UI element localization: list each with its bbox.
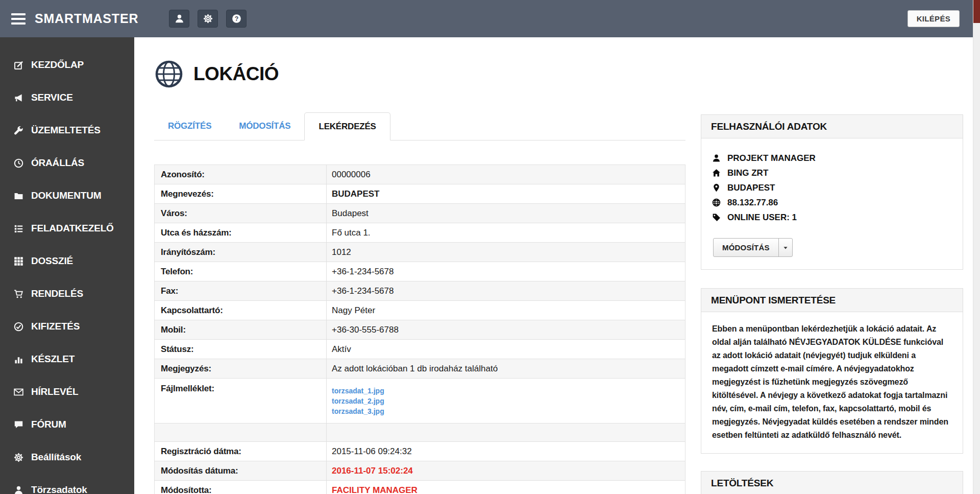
page-title: LOKÁCIÓ xyxy=(193,63,279,85)
sidebar-item-label: SERVICE xyxy=(31,92,73,103)
row-label: Város: xyxy=(155,204,327,223)
sidebar-item-label: KIFIZETÉS xyxy=(31,321,80,332)
attachment-link[interactable]: torzsadat_1.jpg xyxy=(332,387,384,395)
map-pin-icon xyxy=(712,183,721,192)
megaphone-icon xyxy=(14,93,23,103)
modify-dropdown-toggle[interactable] xyxy=(778,239,792,256)
sidebar-item-service[interactable]: SERVICE xyxy=(0,81,134,114)
row-value: Aktív xyxy=(327,340,685,359)
row-label: Mobil: xyxy=(155,320,327,339)
row-value: 2015-11-06 09:24:32 xyxy=(327,442,685,461)
sidebar-item-uzemeltetes[interactable]: ÜZEMELTETÉS xyxy=(0,114,134,147)
table-row-attachments: Fájlmelléklet: torzsadat_1.jpg torzsadat… xyxy=(155,379,685,424)
user-role: PROJEKT MANAGER xyxy=(727,153,816,163)
row-value xyxy=(327,424,685,441)
table-row: Utca és házszám: Fő utca 1. xyxy=(155,223,685,243)
clock-icon xyxy=(14,158,23,168)
sidebar-item-kifizetes[interactable]: KIFIZETÉS xyxy=(0,310,134,343)
sidebar-item-beallitasok[interactable]: Beállítások xyxy=(0,441,134,474)
row-value: FACILITY MANAGER xyxy=(327,481,685,494)
row-label: Telefon: xyxy=(155,262,327,281)
row-value: +36-30-555-6788 xyxy=(327,320,685,339)
row-value: +36-1-234-5678 xyxy=(327,262,685,281)
table-row: Kapcsolattartó: Nagy Péter xyxy=(155,301,685,320)
sidebar-item-label: KÉSZLET xyxy=(31,354,75,365)
attachment-link[interactable]: torzsadat_2.jpg xyxy=(332,397,384,405)
table-row: Azonosító: 00000006 xyxy=(155,165,685,184)
row-label: Megjegyzés: xyxy=(155,359,327,378)
sidebar-item-hirlevel[interactable]: HÍRLEVÉL xyxy=(0,375,134,408)
table-row: Módosítás dátuma: 2016-11-07 15:02:24 xyxy=(155,461,685,481)
help-button[interactable]: ? xyxy=(226,10,247,28)
sidebar-item-oraallas[interactable]: ÓRAÁLLÁS xyxy=(0,147,134,179)
scrollbar-thumb[interactable] xyxy=(973,0,980,23)
profile-button[interactable] xyxy=(169,10,189,28)
online-users-count: ONLINE USER: 1 xyxy=(727,213,797,223)
page-header: LOKÁCIÓ xyxy=(155,60,279,88)
sidebar-item-label: HÍRLEVÉL xyxy=(31,386,78,397)
sidebar-item-label: Beállítások xyxy=(31,452,81,463)
row-label: Azonosító: xyxy=(155,165,327,184)
envelope-icon xyxy=(14,387,23,397)
sidebar-item-torzsadatok[interactable]: Törzsadatok xyxy=(0,474,134,494)
user-icon xyxy=(712,154,721,162)
sidebar-item-label: KEZDŐLAP xyxy=(31,59,84,70)
user-icon xyxy=(175,14,184,23)
sidebar-item-dokumentum[interactable]: DOKUMENTUM xyxy=(0,179,134,212)
tab-rogzites[interactable]: RÖGZÍTÉS xyxy=(154,112,225,140)
row-label: Irányítószám: xyxy=(155,243,327,262)
menu-icon[interactable] xyxy=(11,13,26,25)
tab-lekerdezes[interactable]: LEKÉRDEZÉS xyxy=(304,112,390,140)
user-data-panel: FELHASZNÁLÓI ADATOK PROJEKT MANAGER BING… xyxy=(701,114,963,270)
page-scrollbar[interactable] xyxy=(973,0,980,494)
row-value: Nagy Péter xyxy=(327,301,685,320)
row-label: Módosítás dátuma: xyxy=(155,461,327,480)
sidebar-item-feladatkezelo[interactable]: FELADATKEZELŐ xyxy=(0,212,134,245)
table-row: Mobil: +36-30-555-6788 xyxy=(155,320,685,340)
cart-icon xyxy=(14,289,23,299)
logout-button[interactable]: KILÉPÉS xyxy=(908,10,960,27)
comment-icon xyxy=(14,420,23,430)
sidebar-item-forum[interactable]: FÓRUM xyxy=(0,408,134,441)
tasks-icon xyxy=(14,224,23,233)
sidebar-item-label: DOKUMENTUM xyxy=(31,190,101,201)
table-row: Város: Budapest xyxy=(155,204,685,223)
row-value: 00000006 xyxy=(327,165,685,184)
sidebar-item-label: DOSSZIÉ xyxy=(31,255,73,267)
sidebar-item-rendeles[interactable]: RENDELÉS xyxy=(0,277,134,310)
user-city: BUDAPEST xyxy=(727,183,775,193)
main-content: LOKÁCIÓ RÖGZÍTÉS MÓDOSÍTÁS LEKÉRDEZÉS Az… xyxy=(134,37,973,494)
modify-button[interactable]: MÓDOSÍTÁS xyxy=(714,239,778,256)
row-label: Fájlmelléklet: xyxy=(155,379,327,423)
topbar-buttons: ? xyxy=(169,10,247,28)
tab-modositas[interactable]: MÓDOSÍTÁS xyxy=(225,112,304,140)
sidebar-item-dosszie[interactable]: DOSSZIÉ xyxy=(0,245,134,277)
pencil-square-icon xyxy=(14,60,23,70)
user-icon xyxy=(14,485,23,494)
sidebar-item-kezdolap[interactable]: KEZDŐLAP xyxy=(0,49,134,81)
table-row: Státusz: Aktív xyxy=(155,340,685,359)
row-value: Fő utca 1. xyxy=(327,223,685,242)
top-bar: SMARTMASTER ? KILÉPÉS xyxy=(0,0,973,37)
sidebar-item-keszlet[interactable]: KÉSZLET xyxy=(0,343,134,375)
row-value: BUDAPEST xyxy=(327,184,685,203)
menu-info-panel: MENÜPONT ISMERTETÉSE Ebben a menüpontban… xyxy=(701,288,963,454)
help-icon: ? xyxy=(232,14,241,23)
table-row: Módosította: FACILITY MANAGER xyxy=(155,481,685,494)
sidebar-item-label: FELADATKEZELŐ xyxy=(31,223,114,234)
table-row: Regisztráció dátma: 2015-11-06 09:24:32 xyxy=(155,442,685,461)
attachment-link[interactable]: torzsadat_3.jpg xyxy=(332,407,384,415)
row-value: +36-1-234-5678 xyxy=(327,281,685,300)
menu-description-text: Ebben a menüpontban lekérdezhetjük a lok… xyxy=(712,322,953,442)
globe-icon xyxy=(155,60,183,88)
panel-title: MENÜPONT ISMERTETÉSE xyxy=(701,289,963,312)
row-value: Budapest xyxy=(327,204,685,223)
chevron-down-icon xyxy=(782,245,789,251)
sidebar-item-label: RENDELÉS xyxy=(31,288,83,299)
row-label: Utca és házszám: xyxy=(155,223,327,242)
user-company: BING ZRT xyxy=(727,168,768,178)
wrench-icon xyxy=(14,126,23,135)
settings-button[interactable] xyxy=(198,10,218,28)
svg-text:?: ? xyxy=(234,15,238,22)
panel-title: FELHASZNÁLÓI ADATOK xyxy=(701,115,963,138)
